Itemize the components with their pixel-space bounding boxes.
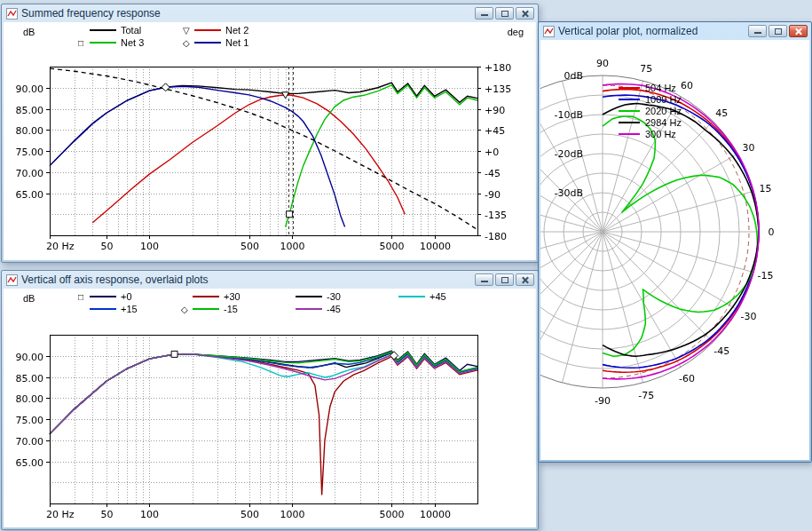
legend-label: +30 (224, 291, 240, 302)
minimize-icon (754, 32, 761, 34)
window-title: Vertical polar plot, normalized (558, 25, 745, 37)
window-summed-frequency-response: Summed frequency response dB deg Total ▽… (1, 4, 539, 263)
legend-marker-square: □ (78, 292, 90, 302)
legend-label: +15 (121, 304, 138, 314)
legend-item-2020hz: 2020 Hz (619, 105, 682, 116)
legend-marker-square: □ (78, 38, 90, 48)
maximize-icon (501, 11, 508, 17)
legend-line-swatch (619, 87, 640, 89)
legend-label: Net 1 (225, 37, 248, 48)
window-title: Vertical off axis response, overlaid plo… (21, 273, 471, 286)
legend-label: 2020 Hz (645, 106, 682, 116)
maximize-icon (501, 277, 508, 283)
titlebar-summed[interactable]: Summed frequency response (2, 4, 538, 22)
legend-line-swatch (90, 42, 116, 44)
legend-item-net2: ▽ Net 2 (183, 24, 288, 36)
legend-item-300hz: 300 Hz (619, 128, 682, 139)
window-body-polar: 504 Hz 1009 Hz 2020 Hz 2984 Hz 300 Hz (540, 40, 809, 460)
legend-item-net1: ◇ Net 1 (183, 36, 288, 49)
legend-label: Total (121, 25, 141, 36)
minimize-button[interactable] (748, 25, 767, 37)
desktop: { "desktop": {"bg_color": "#d2dfec"}, "w… (0, 0, 812, 531)
y-axis-label-deg: deg (508, 27, 524, 37)
legend-line-swatch (296, 308, 322, 310)
legend-label: 504 Hz (645, 83, 676, 93)
minimize-button[interactable] (475, 273, 493, 286)
window-controls (475, 7, 534, 20)
legend-line-swatch (619, 99, 640, 100)
legend-label: +45 (430, 291, 446, 302)
legend-label: -45 (327, 304, 341, 314)
legend-item-plus45: +45 (387, 290, 490, 303)
legend-item-plus15: +15 (78, 303, 181, 315)
minimize-icon (481, 14, 488, 16)
close-icon (521, 10, 529, 18)
legend-label: 2984 Hz (645, 117, 682, 128)
legend-line-swatch (619, 110, 640, 112)
legend-marker-diamond: ◇ (183, 38, 194, 48)
legend-line-swatch (619, 133, 640, 135)
close-icon (794, 28, 802, 36)
window-body-summed: dB deg Total ▽ Net 2 □ Net 3 ◇ Net 1 (4, 22, 536, 260)
window-controls (475, 273, 534, 286)
legend-line-swatch (619, 122, 640, 123)
maximize-button[interactable] (495, 7, 514, 20)
y-axis-label-db: dB (23, 293, 35, 304)
legend-line-swatch (193, 296, 219, 297)
legend-line-swatch (193, 308, 219, 310)
close-button[interactable] (516, 7, 534, 20)
legend-line-swatch (398, 296, 425, 297)
window-vertical-off-axis-response: Vertical off axis response, overlaid plo… (1, 270, 539, 530)
legend-item-1009hz: 1009 Hz (619, 93, 682, 105)
legend-polar: 504 Hz 1009 Hz 2020 Hz 2984 Hz 300 Hz (619, 82, 682, 139)
window-vertical-polar-plot: Vertical polar plot, normalized 504 Hz 1… (538, 21, 812, 463)
legend-item-minus15: ◇ -15 (181, 303, 284, 315)
summed-chart-canvas (4, 22, 536, 260)
legend-item-plus0: □ +0 (78, 290, 181, 303)
legend-label: Net 3 (121, 37, 144, 48)
minimize-icon (481, 281, 488, 282)
titlebar-offaxis[interactable]: Vertical off axis response, overlaid plo… (2, 271, 538, 289)
y-axis-label-db: dB (23, 27, 35, 37)
legend-label: +0 (121, 291, 132, 302)
legend-label: -30 (327, 291, 341, 302)
window-title: Summed frequency response (21, 7, 471, 20)
legend-item-minus30: -30 (284, 290, 387, 303)
legend-marker-diamond: ◇ (181, 305, 193, 314)
legend-line-swatch (90, 308, 116, 310)
legend-line-swatch (90, 296, 116, 297)
legend-offaxis: □ +0 +30 -30 +45 +15 (78, 290, 490, 315)
maximize-button[interactable] (495, 273, 514, 286)
legend-item-plus30: +30 (181, 290, 284, 303)
close-button[interactable] (789, 25, 808, 37)
legend-item-net3: □ Net 3 (78, 36, 183, 49)
maximize-button[interactable] (769, 25, 787, 37)
legend-line-swatch (90, 29, 116, 31)
window-chart-icon (5, 273, 18, 286)
legend-item-total: Total (78, 24, 183, 36)
legend-summed: Total ▽ Net 2 □ Net 3 ◇ Net 1 (78, 24, 288, 49)
window-body-offaxis: dB □ +0 +30 -30 +45 (4, 289, 536, 527)
window-chart-icon (542, 25, 555, 37)
legend-label: -15 (224, 304, 238, 314)
legend-line-swatch (194, 42, 221, 44)
legend-label: 1009 Hz (645, 94, 682, 105)
legend-item-2984hz: 2984 Hz (619, 116, 682, 128)
legend-label: Net 2 (225, 25, 248, 36)
legend-item-504hz: 504 Hz (619, 82, 682, 93)
close-icon (521, 276, 529, 284)
offaxis-chart-canvas (4, 289, 536, 527)
close-button[interactable] (516, 273, 534, 286)
window-chart-icon (5, 7, 18, 20)
titlebar-polar[interactable]: Vertical polar plot, normalized (539, 22, 811, 40)
window-controls (748, 25, 808, 37)
legend-marker-triangle: ▽ (183, 26, 194, 36)
minimize-button[interactable] (475, 7, 493, 20)
legend-line-swatch (194, 29, 221, 31)
legend-item-minus45: -45 (284, 303, 387, 315)
legend-line-swatch (296, 296, 322, 297)
maximize-icon (775, 28, 782, 35)
legend-label: 300 Hz (645, 129, 676, 139)
